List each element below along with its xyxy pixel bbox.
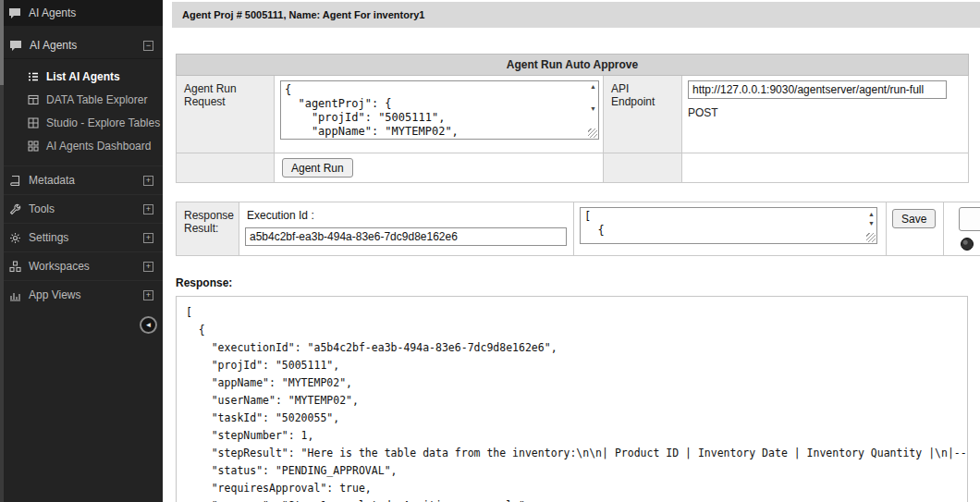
collapse-toggle-icon[interactable]: − bbox=[143, 41, 153, 51]
expand-toggle-icon[interactable]: + bbox=[143, 176, 153, 186]
sidebar-item-label: List AI Agents bbox=[46, 70, 120, 83]
sidebar-item-data-table-explorer[interactable]: DATA Table Explorer bbox=[0, 88, 163, 111]
dashboard-icon bbox=[28, 141, 39, 152]
sidebar-groups: Metadata + Tools + Settings + Workspaces… bbox=[0, 165, 163, 309]
sidebar-item-label: DATA Table Explorer bbox=[46, 93, 147, 106]
circle-badge-icon[interactable] bbox=[961, 238, 974, 251]
sidebar-item-label: Studio - Explore Tables bbox=[46, 116, 160, 129]
sidebar-item-label: Metadata bbox=[29, 174, 75, 187]
panel-title: Agent Run Auto Approve bbox=[177, 55, 969, 76]
sidebar-item-settings[interactable]: Settings + bbox=[0, 223, 163, 251]
expand-toggle-icon[interactable]: + bbox=[143, 204, 153, 214]
execution-id-input[interactable] bbox=[245, 227, 567, 246]
sidebar-item-label: AI Agents Dashboard bbox=[46, 140, 151, 153]
sidebar-item-ai-agents-dashboard[interactable]: AI Agents Dashboard bbox=[0, 134, 163, 157]
sidebar-item-label: Tools bbox=[29, 202, 55, 215]
sidebar-item-ai-agents[interactable]: AI Agents − bbox=[0, 32, 163, 59]
agent-run-request-textarea[interactable]: { "agentProj": { "projId": "5005111", "a… bbox=[280, 80, 599, 140]
sidebar-item-metadata[interactable]: Metadata + bbox=[0, 165, 163, 194]
brand-label: AI Agents bbox=[29, 6, 76, 19]
response-result-panel: Response Result: Execution Id : [ { ▲ ▼ … bbox=[176, 202, 980, 256]
expand-toggle-icon[interactable]: + bbox=[143, 290, 153, 300]
sidebar-scrollbar-thumb[interactable] bbox=[0, 0, 4, 85]
chat-bubble-icon bbox=[9, 40, 22, 52]
resize-handle[interactable] bbox=[588, 129, 597, 138]
resize-handle[interactable] bbox=[866, 233, 876, 242]
sidebar-item-label: AI Agents bbox=[30, 39, 77, 52]
brand: AI Agents bbox=[0, 0, 163, 26]
scroll-down-icon[interactable]: ▼ bbox=[590, 105, 596, 113]
sidebar-item-list-ai-agents[interactable]: List AI Agents bbox=[0, 65, 163, 88]
agent-run-panel: Agent Run Auto Approve Agent Run Request… bbox=[176, 54, 969, 183]
sidebar-item-label: Settings bbox=[29, 231, 68, 244]
cut-off-button[interactable] bbox=[959, 207, 980, 231]
left-arrow-icon: ◄ bbox=[145, 321, 153, 329]
save-button[interactable]: Save bbox=[892, 209, 936, 228]
sidebar-item-label: Workspaces bbox=[29, 260, 90, 273]
sidebar-collapse-button[interactable]: ◄ bbox=[140, 316, 157, 334]
api-endpoint-input[interactable] bbox=[688, 80, 947, 99]
expand-toggle-icon[interactable]: + bbox=[143, 262, 153, 272]
execution-id-label: Execution Id : bbox=[247, 209, 568, 222]
page-title: Agent Proj # 5005111, Name: Agent For in… bbox=[182, 9, 424, 20]
expand-toggle-icon[interactable]: + bbox=[143, 233, 153, 243]
sidebar-item-tools[interactable]: Tools + bbox=[0, 194, 163, 223]
book-icon bbox=[9, 175, 21, 187]
main-area: Agent Proj # 5005111, Name: Agent For in… bbox=[163, 0, 980, 502]
agent-run-request-label: Agent Run Request bbox=[177, 76, 275, 153]
grid-icon bbox=[28, 117, 39, 129]
response-result-textarea[interactable]: [ { ▲ ▼ bbox=[580, 207, 877, 244]
list-icon bbox=[28, 71, 39, 82]
sidebar-item-workspaces[interactable]: Workspaces + bbox=[0, 251, 163, 280]
sidebar: AI Agents AI Agents − List AI Agents DAT… bbox=[0, 0, 163, 502]
agent-run-request-json: { "agentProj": { "projId": "5005111", "a… bbox=[285, 83, 582, 139]
ai-agents-submenu: List AI Agents DATA Table Explorer Studi… bbox=[0, 65, 163, 157]
chat-bubble-icon bbox=[8, 7, 21, 19]
response-label: Response: bbox=[176, 276, 968, 289]
wrench-icon bbox=[9, 203, 21, 215]
response-body: [ { "executionId": "a5b4c2bf-ea3b-494a-8… bbox=[176, 296, 968, 502]
api-method: POST bbox=[688, 106, 962, 119]
agent-run-button[interactable]: Agent Run bbox=[282, 158, 353, 178]
gear-icon bbox=[9, 232, 21, 244]
sidebar-item-studio-explore-tables[interactable]: Studio - Explore Tables bbox=[0, 111, 163, 134]
sidebar-item-app-views[interactable]: App Views + bbox=[0, 280, 163, 309]
bar-chart-icon bbox=[9, 289, 21, 301]
content: Agent Run Auto Approve Agent Run Request… bbox=[176, 54, 968, 502]
scroll-down-icon[interactable]: ▼ bbox=[868, 220, 875, 227]
scroll-up-icon[interactable]: ▲ bbox=[868, 211, 875, 218]
table-icon bbox=[28, 94, 39, 105]
boxes-icon bbox=[9, 261, 21, 273]
sidebar-scrollbar[interactable] bbox=[0, 0, 4, 502]
page-header-bar: Agent Proj # 5005111, Name: Agent For in… bbox=[172, 2, 980, 28]
sidebar-item-label: App Views bbox=[29, 288, 80, 301]
api-endpoint-label: API Endpoint bbox=[604, 76, 682, 153]
response-result-json: [ { bbox=[584, 210, 860, 238]
scroll-up-icon[interactable]: ▲ bbox=[590, 83, 596, 91]
response-result-label: Response Result: bbox=[177, 202, 239, 256]
